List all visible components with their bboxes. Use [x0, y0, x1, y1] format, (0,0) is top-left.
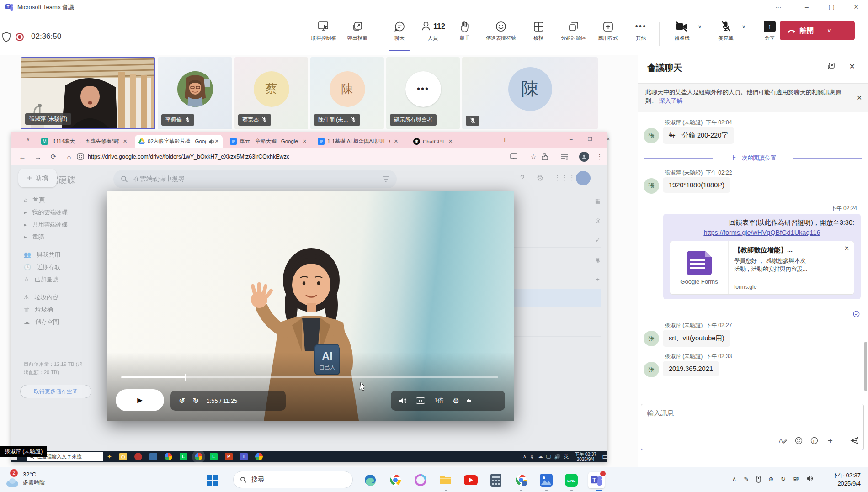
sidebar-item-shared-drives[interactable]: ▸共用雲端硬碟 [18, 218, 110, 231]
app-icon[interactable] [134, 453, 142, 460]
start-button[interactable] [204, 472, 220, 488]
tray-touch-icon[interactable]: ⊕ [768, 476, 773, 483]
window-menu-dots[interactable]: ⋯ [768, 0, 789, 14]
profile-avatar[interactable] [579, 152, 589, 162]
avatar[interactable]: 張 [644, 128, 659, 143]
home-icon[interactable]: ⌂ [61, 153, 77, 161]
tray-chevron-icon[interactable]: ∧ [523, 454, 527, 460]
chrome-icon[interactable] [387, 472, 404, 488]
tab-close-icon[interactable]: ✕ [303, 138, 307, 144]
drive-file-row[interactable]: ⋮ [514, 229, 601, 248]
chrome-profile-icon[interactable] [513, 472, 529, 488]
bookmark-star-icon[interactable]: ☆ [526, 153, 541, 161]
playhead[interactable] [185, 374, 186, 381]
tab-audio-icon[interactable] [208, 139, 214, 144]
drive-search-input[interactable]: 在雲端硬碟中搜尋 [113, 170, 397, 188]
tasks-icon[interactable]: ✓ [592, 237, 603, 243]
chrome-icon-active[interactable] [195, 453, 202, 460]
drive-file-row[interactable]: ⋮ [514, 318, 601, 337]
breakout-rooms-button[interactable]: 分組討論區 [554, 19, 593, 49]
popout-window-button[interactable]: 彈出視窗 [341, 19, 374, 49]
reload-icon[interactable]: ⟳ [46, 153, 61, 161]
copilot-icon[interactable] [412, 472, 429, 488]
tray-pen-icon[interactable]: ✎ [744, 476, 749, 483]
add-addon-icon[interactable]: + [592, 276, 603, 283]
filter-icon[interactable] [382, 176, 389, 182]
back-icon[interactable]: ← [15, 153, 30, 161]
keep-icon[interactable]: ◎ [592, 217, 603, 224]
extensions-puzzle-icon[interactable] [541, 153, 557, 160]
cast-icon[interactable] [510, 153, 526, 160]
line-icon[interactable]: L [180, 453, 187, 460]
chat-button[interactable]: 聊天 [383, 19, 416, 49]
taskbar-clock[interactable]: 下午 02:37 2025/9/4 [832, 471, 861, 488]
app-icon[interactable] [149, 453, 157, 460]
drive-file-row[interactable]: ⋮ [514, 259, 601, 277]
reactions-button[interactable]: 傳送表情符號 [480, 19, 522, 49]
tray-ime-language[interactable]: 英 [564, 453, 569, 460]
participant-tile[interactable]: 李佩倫 [158, 57, 232, 129]
people-button[interactable]: 112 人員 [413, 19, 453, 49]
tab-close-icon[interactable]: ✕ [394, 138, 398, 144]
calculator-icon[interactable] [488, 472, 504, 488]
drive-new-button[interactable]: +新增 [18, 169, 57, 187]
file-explorer-icon[interactable] [437, 472, 454, 488]
tray-mic-icon[interactable]: 🎙 [530, 454, 535, 460]
forward-icon[interactable]: → [30, 153, 46, 161]
tray-sync-icon[interactable]: ↻ [781, 476, 786, 483]
take-control-button[interactable]: 取得控制權 [307, 19, 340, 49]
chrome-icon[interactable] [255, 453, 263, 460]
url-bar[interactable]: https://drive.google.com/drive/folders/1… [88, 153, 289, 160]
tray-volume-icon[interactable]: 🔊 [554, 454, 560, 460]
playback-speed[interactable]: 1倍 [434, 397, 443, 405]
drive-file-row-selected[interactable]: ⋮ [514, 289, 601, 307]
browser-tab[interactable]: 單元一章節大綱 - Google 文件 ✕ [226, 135, 310, 148]
avatar[interactable]: 張 [644, 331, 659, 346]
avatar[interactable]: 張 [644, 178, 659, 194]
attach-plus-icon[interactable]: ＋ [826, 435, 834, 446]
chrome-icon[interactable] [165, 453, 172, 460]
tray-cloud-icon[interactable]: ☁ [538, 454, 543, 460]
progress-bar[interactable] [121, 376, 498, 378]
tray-phone-icon[interactable]: 🖳 [793, 476, 799, 483]
banner-close-icon[interactable]: ✕ [857, 94, 862, 102]
forms-link[interactable]: https://forms.gle/wHVgQBfGd1Ukaq116 [670, 229, 854, 236]
powerpoint-icon[interactable]: P [225, 453, 233, 460]
tray-chevron-icon[interactable]: ∧ [732, 476, 737, 483]
get-more-storage-button[interactable]: 取得更多儲存空間 [20, 385, 91, 398]
sidebar-item-shared-with-me[interactable]: 👥與我共用 [18, 249, 110, 261]
participant-tile[interactable]: 陳 陳仕朋 (未... [310, 57, 384, 129]
show-all-participants-tile[interactable]: ••• 顯示所有與會者 [386, 57, 460, 129]
apps-button[interactable]: 應用程式 [591, 19, 624, 49]
tab-close-icon[interactable]: ✕ [215, 138, 219, 144]
chat-scrollbar[interactable] [864, 342, 867, 391]
leave-button[interactable]: 離開 ∨ [780, 21, 855, 40]
settings-gear-icon[interactable]: ⚙ [537, 174, 543, 183]
learn-more-link[interactable]: 深入了解 [659, 97, 683, 104]
sidebar-item-trash[interactable]: 🗑垃圾桶 [18, 303, 110, 316]
reading-mode-icon[interactable] [561, 153, 576, 160]
copilot-sparkle-icon[interactable]: ✦ [107, 453, 112, 460]
loop-component-icon[interactable]: p [810, 437, 818, 444]
video-player[interactable]: AI 自己人 ▶ ↺10 ↻10 1:55 / 11:25 1倍 ⚙ [107, 191, 514, 421]
popout-chat-icon[interactable] [827, 62, 835, 70]
participant-tile[interactable]: 蔡 蔡宗杰 [234, 57, 308, 129]
sidebar-item-mydrive[interactable]: ▸我的雲端硬碟 [18, 206, 110, 218]
sidebar-item-spam[interactable]: ⚠垃圾內容 [18, 291, 110, 303]
leave-dropdown[interactable]: ∨ [821, 27, 837, 34]
edge-icon[interactable] [362, 472, 378, 488]
taskbar-search[interactable]: 搜尋 [233, 471, 353, 488]
forward-10-icon[interactable]: ↻10 [192, 396, 199, 406]
avatar[interactable]: 張 [644, 362, 659, 377]
card-close-icon[interactable]: ✕ [844, 245, 849, 252]
player-settings-gear-icon[interactable]: ⚙ [453, 397, 459, 405]
notification-icon[interactable]: 🗖 [602, 454, 607, 460]
browser-tab[interactable]: M 【114準大一、五專先修磨課師 ✕ [37, 135, 132, 148]
calendar-icon[interactable]: ▦ [592, 197, 603, 204]
raise-hand-button[interactable]: 舉手 [448, 19, 481, 49]
line-icon[interactable]: L [210, 453, 218, 460]
captions-icon[interactable] [416, 397, 425, 404]
tray-display-icon[interactable]: 🖵 [546, 454, 551, 460]
send-icon[interactable] [850, 437, 859, 444]
tab-close-icon[interactable]: ✕ [448, 138, 453, 144]
